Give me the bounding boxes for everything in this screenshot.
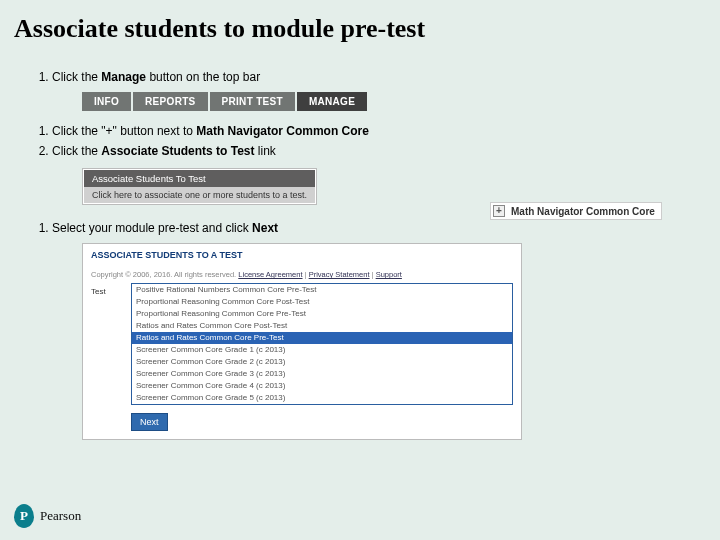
test-selection-screenshot: ASSOCIATE STUDENTS TO A TEST Copyright ©… (82, 243, 522, 440)
associate-students-link[interactable]: Associate Students To Test (84, 170, 315, 187)
panel-heading: ASSOCIATE STUDENTS TO A TEST (91, 244, 513, 270)
footer-link-support[interactable]: Support (376, 270, 402, 279)
copyright-text: Copyright © 2006, 2016. All rights reser… (91, 270, 236, 279)
test-option[interactable]: Ratios and Rates Common Core Post-Test (132, 320, 512, 332)
footer-link-privacy[interactable]: Privacy Statement (309, 270, 370, 279)
folder-label: Math Navigator Common Core (511, 206, 655, 217)
test-option[interactable]: Screener Common Core Grade 4 (c 2013) (132, 380, 512, 392)
test-option[interactable]: Positive Rational Numbers Common Core Pr… (132, 284, 512, 296)
test-option[interactable]: Proportional Reasoning Common Core Pre-T… (132, 308, 512, 320)
pearson-wordmark: Pearson (40, 508, 81, 524)
tab-manage[interactable]: MANAGE (297, 92, 367, 111)
test-listbox[interactable]: Positive Rational Numbers Common Core Pr… (131, 283, 513, 405)
nav-tabs-screenshot: INFO REPORTS PRINT TEST MANAGE (82, 92, 700, 111)
folder-expand-screenshot: + Math Navigator Common Core (490, 202, 662, 220)
instructions: Click the Manage button on the top bar I… (0, 44, 720, 440)
page-title: Associate students to module pre-test (0, 0, 720, 44)
test-option[interactable]: Screener Common Core Grade 5 (c 2013) (132, 392, 512, 404)
test-option[interactable]: Screener Common Core Grade 2 (c 2013) (132, 356, 512, 368)
test-option[interactable]: Screener Common Core Grade 1 (c 2013) (132, 344, 512, 356)
footer-link-license[interactable]: License Agreement (238, 270, 302, 279)
pearson-logo-icon: P (14, 504, 34, 528)
step-b-2: Click the Associate Students to Test lin… (52, 143, 700, 160)
test-field-label: Test (91, 283, 131, 405)
step-list-b: Click the "+" button next to Math Naviga… (26, 123, 700, 160)
step-list-a: Click the Manage button on the top bar (26, 69, 700, 86)
step-a-1: Click the Manage button on the top bar (52, 69, 700, 86)
test-option[interactable]: Screener Common Core Grade 3 (c 2013) (132, 368, 512, 380)
associate-students-sub: Click here to associate one or more stud… (84, 187, 315, 203)
associate-link-screenshot: Associate Students To Test Click here to… (82, 168, 317, 205)
step-list-c: Select your module pre-test and click Ne… (26, 220, 700, 237)
step-c-1: Select your module pre-test and click Ne… (52, 220, 700, 237)
tab-print-test[interactable]: PRINT TEST (210, 92, 295, 111)
test-option[interactable]: Proportional Reasoning Common Core Post-… (132, 296, 512, 308)
plus-icon[interactable]: + (493, 205, 505, 217)
tab-info[interactable]: INFO (82, 92, 131, 111)
step-b-1: Click the "+" button next to Math Naviga… (52, 123, 700, 140)
test-option[interactable]: Ratios and Rates Common Core Pre-Test (132, 332, 512, 344)
next-button[interactable]: Next (131, 413, 168, 431)
panel-footer-text: Copyright © 2006, 2016. All rights reser… (91, 270, 513, 283)
pearson-brand: P Pearson (14, 504, 81, 528)
tab-reports[interactable]: REPORTS (133, 92, 207, 111)
